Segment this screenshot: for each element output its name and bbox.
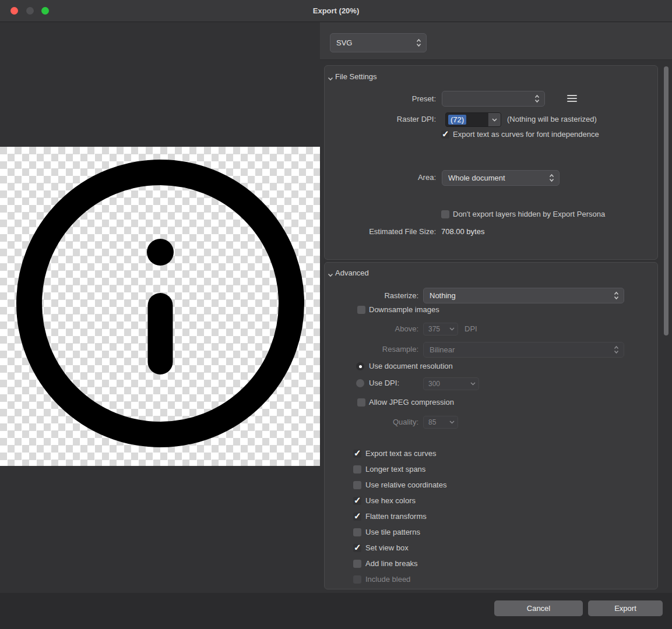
resample-select-value: Bilinear	[430, 345, 610, 354]
option-checkbox-use-relative-coordinates[interactable]	[353, 481, 361, 489]
stepper-arrows-icon	[614, 291, 619, 300]
resample-select[interactable]: Bilinear	[423, 342, 624, 358]
dont-export-hidden-label[interactable]: Don't export layers hidden by Export Per…	[453, 210, 605, 219]
option-checkbox-longer-text-spans[interactable]	[353, 465, 361, 473]
export-text-curves-checkbox[interactable]	[441, 130, 449, 139]
advanced-title[interactable]: Advanced	[335, 268, 369, 278]
use-dpi-label[interactable]: Use DPI:	[369, 379, 399, 388]
export-button[interactable]: Export	[588, 600, 663, 616]
preset-select[interactable]	[442, 91, 545, 107]
option-checkbox-include-bleed[interactable]	[353, 575, 361, 584]
option-label[interactable]: Longer text spans	[365, 465, 425, 474]
dont-export-hidden-checkbox[interactable]	[441, 210, 449, 218]
estimated-size-label: Estimated File Size:	[331, 227, 436, 236]
file-settings-title[interactable]: File Settings	[335, 72, 377, 82]
rasterize-select[interactable]: Nothing	[423, 288, 624, 303]
scrollbar[interactable]	[664, 66, 669, 335]
rasterize-label: Rasterize:	[331, 291, 418, 301]
option-checkbox-use-hex-colors[interactable]	[353, 497, 361, 505]
use-dpi-select-value: 300	[428, 380, 467, 388]
above-select-value: 375	[428, 325, 446, 333]
file-settings-panel: File Settings Preset: Raster DPI: (72) (…	[324, 65, 658, 260]
quality-select[interactable]: 85	[423, 416, 458, 429]
format-select-value: SVG	[336, 38, 413, 47]
stepper-arrows-icon	[416, 38, 421, 47]
use-document-resolution-label[interactable]: Use document resolution	[369, 362, 453, 371]
option-label[interactable]: Use hex colors	[365, 496, 416, 506]
option-label[interactable]: Include bleed	[365, 575, 410, 584]
dropdown-arrow-icon	[449, 420, 455, 424]
area-select-value: Whole document	[448, 174, 546, 182]
quality-select-value: 85	[428, 418, 446, 426]
raster-dpi-note: (Nothing will be rasterized)	[507, 115, 597, 124]
area-select[interactable]: Whole document	[442, 170, 560, 186]
use-dpi-radio[interactable]	[356, 379, 364, 387]
preset-menu-icon[interactable]	[567, 95, 577, 102]
option-label[interactable]: Use relative coordinates	[365, 480, 446, 490]
jpeg-compression-label[interactable]: Allow JPEG compression	[369, 398, 454, 407]
use-document-resolution-radio[interactable]	[356, 362, 364, 370]
raster-dpi-dropdown-arrow-icon[interactable]	[488, 113, 501, 126]
downsample-label[interactable]: Downsample images	[369, 305, 439, 314]
preset-label: Preset:	[331, 94, 436, 104]
downsample-checkbox[interactable]	[357, 306, 365, 314]
resample-label: Resample:	[331, 345, 418, 354]
stepper-arrows-icon	[534, 94, 540, 103]
raster-dpi-label: Raster DPI:	[331, 115, 436, 124]
raster-dpi-input[interactable]: (72)	[445, 112, 501, 127]
stepper-arrows-icon	[549, 174, 554, 182]
quality-label: Quality:	[331, 418, 418, 427]
above-select[interactable]: 375	[423, 323, 458, 335]
preview-pane	[0, 22, 320, 593]
preview-canvas	[0, 147, 320, 466]
collapse-chevron-icon[interactable]	[328, 74, 333, 83]
rasterize-select-value: Nothing	[430, 291, 610, 300]
option-checkbox-flatten-transforms[interactable]	[353, 513, 361, 521]
stepper-arrows-icon	[614, 345, 619, 354]
use-dpi-select[interactable]: 300	[423, 377, 479, 390]
export-text-curves-label[interactable]: Export text as curves for font independe…	[453, 130, 599, 139]
titlebar: Export (20%)	[0, 0, 672, 22]
option-label[interactable]: Export text as curves	[365, 449, 436, 458]
format-select[interactable]: SVG	[330, 33, 427, 52]
window-title: Export (20%)	[0, 0, 672, 22]
option-label[interactable]: Set view box	[365, 543, 409, 553]
estimated-size-value: 708.00 bytes	[441, 227, 484, 236]
option-label[interactable]: Add line breaks	[365, 559, 418, 568]
raster-dpi-value: (72)	[448, 115, 466, 125]
collapse-chevron-icon[interactable]	[328, 270, 333, 279]
option-label[interactable]: Use tile patterns	[365, 528, 420, 537]
cancel-button[interactable]: Cancel	[494, 600, 583, 616]
dropdown-arrow-icon	[449, 327, 455, 331]
footer-bar: Cancel Export	[0, 593, 672, 629]
option-checkbox-set-view-box[interactable]	[353, 544, 361, 552]
option-checkbox-export-text-as-curves[interactable]	[353, 450, 361, 458]
area-label: Area:	[331, 173, 436, 182]
above-unit-label: DPI	[465, 324, 477, 334]
advanced-panel: Advanced Rasterize: Nothing Downsample i…	[324, 262, 658, 589]
option-checkbox-use-tile-patterns[interactable]	[353, 528, 361, 536]
dropdown-arrow-icon	[470, 382, 476, 386]
format-bar: SVG	[320, 22, 672, 60]
info-circle-icon	[0, 147, 320, 466]
jpeg-compression-checkbox[interactable]	[357, 398, 365, 407]
option-label[interactable]: Flatten transforms	[365, 512, 427, 521]
above-label: Above:	[331, 324, 418, 334]
option-checkbox-add-line-breaks[interactable]	[353, 560, 361, 568]
